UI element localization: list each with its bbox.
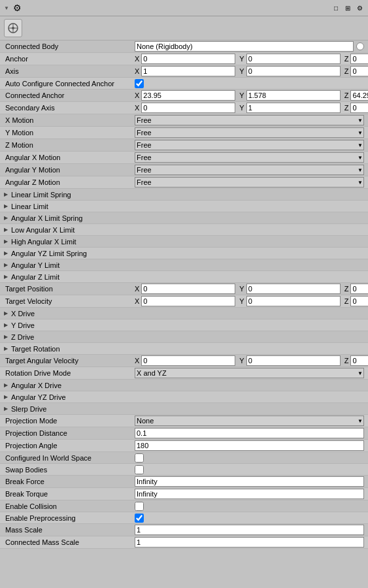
triangle-icon: ▶ bbox=[4, 334, 8, 340]
z-motion-select[interactable]: FreeLimitedLocked bbox=[135, 140, 364, 150]
icon-gear[interactable]: ⚙ bbox=[355, 3, 364, 12]
row-connected-anchor: Connected Anchor X Y Z bbox=[0, 90, 368, 102]
collapsible-high-angular-x-limit[interactable]: ▶ High Angular X Limit bbox=[4, 238, 141, 246]
select-wrapper: X and YZSlerp ▼ bbox=[135, 368, 364, 378]
collapsible-z-drive[interactable]: ▶ Z Drive bbox=[4, 333, 141, 341]
collapsible-angular-z-limit[interactable]: ▶ Angular Z Limit bbox=[4, 273, 141, 281]
y-axis-label: Y bbox=[239, 285, 244, 293]
y-axis-label: Y bbox=[239, 297, 244, 305]
row-auto-configure: Auto Configure Connected Anchor bbox=[0, 78, 368, 90]
xyz-group: X Y Z bbox=[135, 66, 368, 76]
select-wrapper: FreeLimitedLocked ▼ bbox=[135, 165, 364, 175]
row-label: Target Angular Velocity bbox=[4, 357, 135, 365]
x-motion-select[interactable]: FreeLimitedLocked bbox=[135, 115, 364, 125]
row-secondary-axis: Secondary Axis X Y Z bbox=[0, 102, 368, 114]
z-input[interactable] bbox=[350, 90, 368, 101]
xyz-group: X Y Z bbox=[135, 103, 368, 113]
x-axis-label: X bbox=[135, 91, 139, 99]
edit-bar bbox=[0, 16, 368, 41]
row-target-angular-velocity: Target Angular Velocity X Y Z bbox=[0, 355, 368, 367]
component-icon: ⚙ bbox=[13, 3, 22, 13]
row-x-drive: ▶ X Drive bbox=[0, 308, 368, 319]
break-torque-input[interactable] bbox=[135, 489, 364, 499]
row-connected-body: Connected Body bbox=[0, 41, 368, 53]
y-input[interactable] bbox=[246, 90, 341, 101]
collapsible-x-drive[interactable]: ▶ X Drive bbox=[4, 310, 141, 318]
x-input[interactable] bbox=[141, 66, 235, 76]
row-label: Rotation Drive Mode bbox=[4, 369, 135, 377]
y-input[interactable] bbox=[246, 54, 341, 64]
row-angular-x-limit-spring: ▶ Angular X Limit Spring bbox=[0, 212, 368, 224]
icon-grid[interactable]: ⊞ bbox=[343, 3, 352, 12]
x-input[interactable] bbox=[141, 355, 235, 366]
y-input[interactable] bbox=[246, 284, 341, 294]
collapsible-angular-y-limit[interactable]: ▶ Angular Y Limit bbox=[4, 261, 141, 269]
x-axis-label: X bbox=[135, 357, 139, 365]
collapsible-y-drive[interactable]: ▶ Y Drive bbox=[4, 321, 141, 329]
projection-distance-input[interactable] bbox=[135, 428, 364, 438]
y-input[interactable] bbox=[246, 355, 341, 366]
triangle-icon: ▶ bbox=[4, 238, 8, 244]
angular-z-motion-select[interactable]: FreeLimitedLocked bbox=[135, 177, 364, 188]
z-input[interactable] bbox=[350, 355, 368, 366]
row-rotation-drive-mode: Rotation Drive Mode X and YZSlerp ▼ bbox=[0, 367, 368, 380]
row-label: Angular Z Motion bbox=[4, 178, 135, 186]
collapsible-angular-yz-drive[interactable]: ▶ Angular YZ Drive bbox=[4, 393, 141, 401]
y-input[interactable] bbox=[246, 66, 341, 76]
x-input[interactable] bbox=[141, 54, 235, 64]
swap-bodies-checkbox[interactable] bbox=[135, 465, 144, 474]
collapsible-angular-x-limit-spring[interactable]: ▶ Angular X Limit Spring bbox=[4, 214, 141, 222]
row-label: Z Drive bbox=[10, 333, 141, 341]
collapsible-slerp-drive[interactable]: ▶ Slerp Drive bbox=[4, 405, 141, 413]
header-actions: □ ⊞ ⚙ bbox=[331, 3, 364, 12]
collapsible-angular-yz-limit-spring[interactable]: ▶ Angular YZ Limit Spring bbox=[4, 250, 141, 257]
auto-configure-checkbox[interactable] bbox=[135, 79, 144, 88]
x-input[interactable] bbox=[141, 296, 235, 306]
projection-angle-input[interactable] bbox=[135, 440, 364, 451]
connected-body-input[interactable] bbox=[135, 41, 354, 52]
row-label: Target Position bbox=[4, 285, 135, 293]
row-label: Break Torque bbox=[4, 490, 135, 498]
projection-mode-select[interactable]: NoneMoveTowardsTargetRotateTowardsTarget bbox=[135, 416, 364, 426]
collapsible-angular-x-drive[interactable]: ▶ Angular X Drive bbox=[4, 382, 141, 389]
row-label: Target Rotation bbox=[10, 345, 141, 353]
x-input[interactable] bbox=[141, 90, 235, 101]
enable-collision-checkbox[interactable] bbox=[135, 502, 144, 511]
row-angular-x-drive: ▶ Angular X Drive bbox=[0, 380, 368, 391]
xyz-group: X Y Z bbox=[135, 284, 368, 294]
row-projection-mode: Projection Mode NoneMoveTowardsTargetRot… bbox=[0, 415, 368, 427]
collapse-arrows[interactable]: ▼ bbox=[4, 5, 9, 11]
collapsible-linear-limit[interactable]: ▶ Linear Limit bbox=[4, 203, 141, 210]
y-input[interactable] bbox=[246, 103, 341, 113]
angular-x-motion-select[interactable]: FreeLimitedLocked bbox=[135, 152, 364, 163]
rotation-drive-mode-select[interactable]: X and YZSlerp bbox=[135, 368, 364, 378]
z-input[interactable] bbox=[350, 296, 368, 306]
connected-mass-scale-input[interactable] bbox=[135, 537, 364, 547]
angular-y-motion-select[interactable]: FreeLimitedLocked bbox=[135, 165, 364, 175]
y-motion-select[interactable]: FreeLimitedLocked bbox=[135, 127, 364, 138]
z-input[interactable] bbox=[350, 66, 368, 76]
row-label: Angular Z Limit bbox=[10, 273, 141, 281]
x-input[interactable] bbox=[141, 103, 235, 113]
collapsible-target-rotation[interactable]: ▶ Target Rotation bbox=[4, 345, 141, 353]
y-input[interactable] bbox=[246, 296, 341, 306]
x-input[interactable] bbox=[141, 284, 235, 294]
collapsible-linear-limit-spring[interactable]: ▶ Linear Limit Spring bbox=[4, 191, 141, 199]
row-x-motion: X Motion FreeLimitedLocked ▼ bbox=[0, 114, 368, 127]
collapsible-low-angular-x-limit[interactable]: ▶ Low Angular X Limit bbox=[4, 226, 141, 234]
row-z-drive: ▶ Z Drive bbox=[0, 331, 368, 343]
configured-world-space-checkbox[interactable] bbox=[135, 453, 144, 463]
object-picker-icon[interactable] bbox=[356, 42, 364, 50]
edit-joint-button[interactable] bbox=[4, 19, 22, 37]
enable-preprocessing-checkbox[interactable] bbox=[135, 514, 144, 523]
icon-view[interactable]: □ bbox=[331, 3, 341, 12]
mass-scale-input[interactable] bbox=[135, 525, 364, 535]
row-label: Auto Configure Connected Anchor bbox=[4, 80, 135, 88]
z-input[interactable] bbox=[350, 54, 368, 64]
z-axis-label: Z bbox=[344, 285, 349, 293]
z-input[interactable] bbox=[350, 103, 368, 113]
row-configured-world-space: Configured In World Space bbox=[0, 452, 368, 464]
break-force-input[interactable] bbox=[135, 476, 364, 487]
row-label: Z Motion bbox=[4, 141, 135, 149]
z-input[interactable] bbox=[350, 284, 368, 294]
